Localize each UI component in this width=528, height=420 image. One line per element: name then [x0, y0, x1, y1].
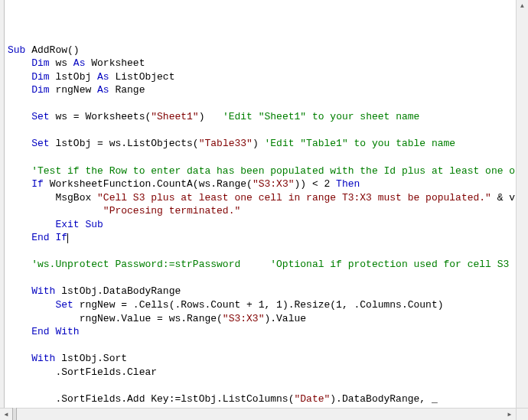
token-str: "Cell S3 plus at least one cell in range…	[97, 192, 491, 203]
token-kw: End If	[31, 232, 67, 243]
token-id: lstObj = ws.ListObjects(	[55, 138, 198, 149]
token-kw: Dim	[31, 84, 55, 96]
code-line[interactable]: .SortFields.Add Key:=lstObj.ListColumns(…	[8, 392, 526, 406]
editor-left-margin	[0, 0, 5, 420]
code-content[interactable]: Sub AddRow() Dim ws As Worksheet Dim lst…	[8, 44, 526, 420]
token-id: .SortFields.Add Key:=lstObj.ListColumns(	[55, 393, 294, 405]
token-id: Range	[115, 84, 145, 96]
token-id: ).Value	[264, 313, 306, 324]
token-id: lstObj.DataBodyRange	[61, 285, 181, 297]
text-caret	[67, 233, 68, 243]
token-str: "Procesing terminated."	[103, 205, 240, 217]
token-id: rngNew = .Cells(.Rows.Count + 1, 1).Resi…	[80, 299, 444, 311]
token-id: AddRow()	[31, 44, 79, 56]
code-line[interactable]: Dim rngNew As Range	[8, 83, 526, 97]
token-id: )	[253, 138, 265, 149]
token-id: ws = Worksheets(	[55, 111, 151, 122]
code-editor[interactable]: Sub AddRow() Dim ws As Worksheet Dim lst…	[0, 0, 528, 420]
horizontal-scrollbar[interactable]: ◀ ▶	[0, 408, 516, 420]
code-line[interactable]: .SortFields.Clear	[8, 366, 526, 379]
code-line[interactable]	[8, 151, 526, 164]
code-line[interactable]: End If	[8, 231, 526, 245]
token-kw: Dim	[31, 71, 55, 83]
code-line[interactable]: Set ws = Worksheets("Sheet1") 'Edit "She…	[8, 110, 526, 124]
token-id: .SortFields.Clear	[55, 366, 157, 378]
token-kw: As	[97, 84, 115, 96]
code-line[interactable]: With lstObj.DataBodyRange	[8, 285, 526, 298]
scroll-up-icon[interactable]: ▲	[517, 0, 528, 12]
token-id: ListObject	[115, 71, 174, 83]
code-line[interactable]: Sub AddRow()	[8, 44, 526, 57]
token-kw: Exit Sub	[55, 219, 103, 230]
scroll-left-icon[interactable]: ◀	[0, 409, 12, 420]
token-kw: End With	[31, 326, 79, 337]
token-id: )) < 2	[294, 178, 336, 190]
token-id: rngNew.Value = ws.Range(	[80, 313, 223, 324]
token-kw: Set	[31, 111, 55, 122]
token-str: "S3:X3"	[253, 178, 295, 190]
code-line[interactable]: 'ws.Unprotect Password:=strPassword 'Opt…	[8, 258, 526, 272]
code-line[interactable]: With lstObj.Sort	[8, 352, 526, 366]
token-id: lstObj.Sort	[61, 353, 127, 364]
token-kw: With	[31, 353, 61, 364]
code-line[interactable]: End With	[8, 325, 526, 339]
scrollbar-corner	[516, 408, 528, 420]
token-id: lstObj	[55, 71, 97, 83]
token-kw: Set	[31, 138, 55, 149]
vertical-scrollbar[interactable]: ▲	[516, 0, 528, 408]
token-kw: Dim	[31, 57, 55, 69]
code-line[interactable]: Set lstObj = ws.ListObjects("Table33") '…	[8, 137, 526, 151]
token-kw: As	[73, 57, 91, 69]
code-line[interactable]	[8, 339, 526, 353]
token-cmt: 'Test if the Row to enter data has been …	[31, 165, 515, 177]
code-line[interactable]	[8, 124, 526, 138]
token-id: ws	[55, 57, 73, 69]
code-line[interactable]: 'Test if the Row to enter data has been …	[8, 164, 526, 178]
code-line[interactable]: MsgBox "Cell S3 plus at least one cell i…	[8, 191, 526, 205]
token-id: rngNew	[55, 84, 97, 96]
code-line[interactable]: rngNew.Value = ws.Range("S3:X3").Value	[8, 312, 526, 326]
token-str: "Sheet1"	[151, 111, 198, 122]
token-str: "Date"	[294, 393, 330, 405]
split-handle[interactable]	[12, 408, 17, 420]
token-id: & v	[491, 192, 515, 203]
code-line[interactable]: If WorksheetFunction.CountA(ws.Range("S3…	[8, 177, 526, 191]
token-kw: Set	[55, 299, 79, 311]
code-line[interactable]: Dim lstObj As ListObject	[8, 70, 526, 84]
token-cmt: 'Edit "Table1" to you table name	[265, 138, 456, 149]
code-line[interactable]	[8, 272, 526, 285]
code-line[interactable]: "Procesing terminated."	[8, 204, 526, 218]
token-kw: Sub	[8, 44, 31, 56]
code-line[interactable]	[8, 379, 526, 392]
token-id: Worksheet	[91, 57, 145, 69]
token-cmt: 'Edit "Sheet1" to your sheet name	[223, 111, 419, 122]
token-str: "Table33"	[199, 138, 253, 149]
code-line[interactable]: Set rngNew = .Cells(.Rows.Count + 1, 1).…	[8, 298, 526, 312]
scroll-right-icon[interactable]: ▶	[504, 409, 516, 420]
token-kw: Then	[336, 178, 360, 190]
token-id: MsgBox	[55, 192, 97, 203]
token-id: ).DataBodyRange, _	[330, 393, 437, 405]
token-cmt: 'ws.Unprotect Password:=strPassword 'Opt…	[31, 259, 509, 270]
code-line[interactable]	[8, 245, 526, 259]
token-kw: If	[31, 178, 49, 190]
token-str: "S3:X3"	[223, 313, 265, 324]
code-line[interactable]: Dim ws As Worksheet	[8, 57, 526, 70]
token-kw: As	[97, 71, 115, 83]
code-line[interactable]	[8, 97, 526, 111]
token-id: )	[199, 111, 223, 122]
token-kw: With	[31, 285, 61, 297]
token-id: WorksheetFunction.CountA(ws.Range(	[50, 178, 253, 190]
code-line[interactable]: Exit Sub	[8, 218, 526, 232]
